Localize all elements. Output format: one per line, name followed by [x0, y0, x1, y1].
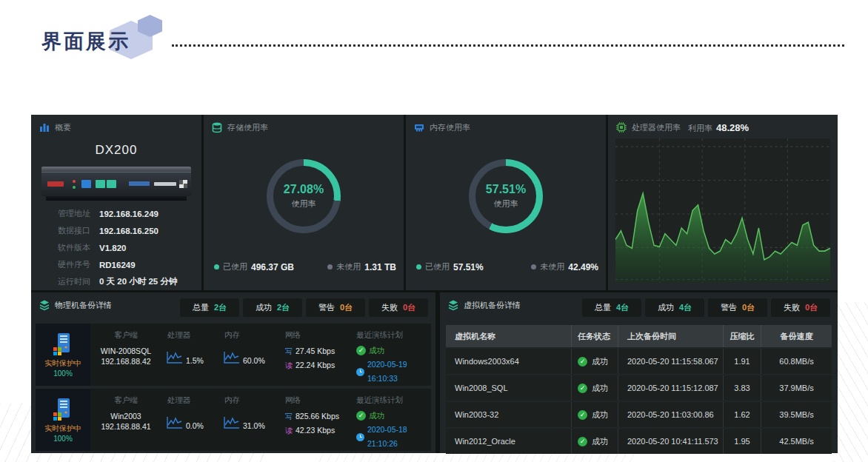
chip-icon: [615, 121, 627, 133]
drill-time-text: 2020-05-19 16:10:33: [367, 358, 431, 386]
drill-time: 2020-05-19 16:10:33: [356, 358, 431, 386]
client-status-cell: 实时保护中 100%: [36, 389, 90, 451]
page-header: 界面展示: [0, 0, 868, 81]
net-read: 读42.23 Kbps: [285, 424, 339, 438]
page: 界面展示 概要 DX200: [0, 0, 868, 462]
legend-unused: 未使用 1.31 TB: [327, 261, 396, 272]
stat-failed: 失败 0台: [771, 298, 830, 317]
physical-title: 物理机备份详情: [55, 300, 112, 311]
client-info: Win2003 192.168.88.41: [86, 411, 166, 432]
read-value: 22.24 Kbps: [296, 361, 335, 369]
drill-result-text: 成功: [369, 344, 384, 358]
vm-speed: 39.5MB/s: [761, 402, 832, 427]
vm-status-text: 成功: [592, 356, 608, 367]
memory-legend: 已使用 57.51% 未使用 42.49%: [416, 261, 598, 272]
panel-storage: 存储使用率 27.08% 使用率 已使用 496.37 GB 未使用 1.31 …: [204, 115, 404, 290]
stat-failed: 失败 0台: [369, 298, 428, 317]
physical-machine-row[interactable]: 实时保护中 100% 客户端 处理器 内存 网络 最近演练计划 WIN-2008…: [36, 324, 431, 386]
cpu-rate-value: 48.28%: [716, 122, 749, 133]
device-led-green: [73, 186, 76, 189]
drill-result-text: 成功: [369, 409, 384, 423]
storage-percent: 27.08%: [284, 183, 324, 196]
network-metric: 写27.45 Kbps 读22.24 Kbps: [285, 344, 335, 372]
overview-field: 软件版本 V1.820: [31, 239, 201, 256]
read-icon: 读: [285, 361, 293, 369]
cpu-metric: 0.0%: [166, 415, 204, 430]
drill-result: ✓成功: [356, 409, 431, 423]
stat-total: 总量 2台: [180, 298, 239, 317]
vm-table-row[interactable]: Win2012_Oracle ✓成功 2020-05-20 10:41:11.5…: [446, 429, 832, 454]
vm-table-row[interactable]: Windows2003x64 ✓成功 2020-05-20 11:15:58.0…: [446, 349, 832, 374]
field-label: 数据接口: [31, 225, 99, 236]
write-icon: 写: [285, 347, 293, 355]
vm-col-time: 上次备份时间: [618, 325, 723, 347]
write-value: 825.66 Kbps: [296, 412, 339, 421]
read-value: 42.23 Kbps: [296, 426, 335, 435]
unused-dot-icon: [531, 264, 536, 270]
vm-status-text: 成功: [592, 383, 608, 394]
drill-time: 2020-05-18 21:10:26: [356, 423, 431, 451]
decor-hatch-right: [834, 302, 868, 462]
col-net: 网络: [285, 395, 301, 406]
vm-table-row[interactable]: Win2008_SQL ✓成功 2020-05-20 11:15:12.087 …: [446, 375, 832, 401]
legend-label: 未使用: [540, 261, 564, 272]
used-dot-icon: [214, 264, 219, 270]
drill-result: ✓成功: [356, 344, 431, 358]
device-port-teal-2: [107, 180, 116, 188]
net-write: 写27.45 Kbps: [285, 344, 335, 358]
legend-label: 已使用: [425, 261, 450, 272]
cpu-metric: 1.5%: [166, 350, 204, 365]
client-ip: 192.168.88.42: [86, 356, 166, 366]
net-read: 读22.24 Kbps: [285, 358, 335, 372]
sparkline-icon: [223, 350, 241, 365]
protection-status: 实时保护中: [44, 424, 81, 434]
col-mem: 内存: [224, 330, 240, 341]
legend-label: 已使用: [223, 261, 247, 272]
stat-value: 2台: [277, 302, 290, 313]
legend-value: 496.37 GB: [251, 262, 294, 272]
check-circle-icon: ✓: [578, 437, 587, 446]
vm-backup-time: 2020-05-20 10:41:11.573: [618, 429, 723, 454]
vm-col-status: 任务状态: [571, 325, 618, 347]
cpu-utilization: 利用率48.28%: [688, 122, 749, 134]
client-name: WIN-2008SQL: [86, 346, 166, 356]
vm-table-header: 虚拟机名称 任务状态 上次备份时间 压缩比 备份速度: [446, 325, 832, 347]
storage-title: 存储使用率: [227, 122, 268, 133]
read-icon: 读: [285, 426, 293, 435]
vm-speed: 60.8MB/s: [761, 349, 832, 374]
vm-backup-time: 2020-05-20 11:15:12.087: [618, 375, 723, 401]
mem-value: 60.0%: [243, 356, 265, 365]
field-value: V1.820: [99, 244, 126, 252]
storage-donut-center: 27.08% 使用率: [273, 166, 334, 227]
vm-status-text: 成功: [592, 409, 608, 421]
server-tower-icon: [52, 398, 74, 423]
cpu-header: 处理器使用率: [615, 121, 681, 133]
vm-col-name: 虚拟机名称: [446, 325, 571, 347]
field-label: 硬件序号: [31, 259, 99, 270]
device-base: [46, 196, 187, 201]
vm-title: 虚拟机备份详情: [464, 300, 521, 311]
panel-physical-backup: 物理机备份详情 总量 2台 成功 2台 警告 0台: [31, 292, 435, 453]
cpu-area-chart: [615, 138, 830, 283]
panel-vm-backup: 虚拟机备份详情 总量 4台 成功 4台 警告 0台: [440, 292, 838, 453]
vm-table-row[interactable]: Win2003-32 ✓成功 2020-05-20 11:03:00.86 1.…: [446, 402, 832, 427]
field-label: 软件版本: [31, 242, 99, 253]
device-top: [41, 167, 191, 172]
vm-col-ratio: 压缩比: [723, 325, 761, 347]
device-qr-code: [179, 180, 187, 188]
vm-speed: 42.5MB/s: [761, 429, 832, 454]
vm-status-text: 成功: [592, 436, 608, 447]
client-status-cell: 实时保护中 100%: [36, 324, 90, 386]
panel-memory: 内存使用率 57.51% 使用率 已使用 57.51% 未使用 42.49%: [406, 115, 606, 290]
storage-caption: 使用率: [292, 198, 316, 210]
physical-machine-row[interactable]: 实时保护中 100% 客户端 处理器 内存 网络 最近演练计划 Win2003 …: [36, 389, 431, 451]
physical-header: 物理机备份详情 总量 2台 成功 2台 警告 0台: [31, 292, 435, 322]
check-circle-icon: ✓: [356, 411, 366, 421]
vm-ratio: 1.62: [723, 402, 761, 427]
layers-icon: [447, 299, 459, 311]
stat-label: 警告: [318, 302, 335, 313]
dashboard: 概要 DX200 管理地: [31, 115, 838, 453]
overview-header: 概要: [39, 121, 71, 133]
legend-used: 已使用 57.51%: [416, 261, 484, 272]
overview-field: 管理地址 192.168.16.249: [31, 205, 201, 222]
